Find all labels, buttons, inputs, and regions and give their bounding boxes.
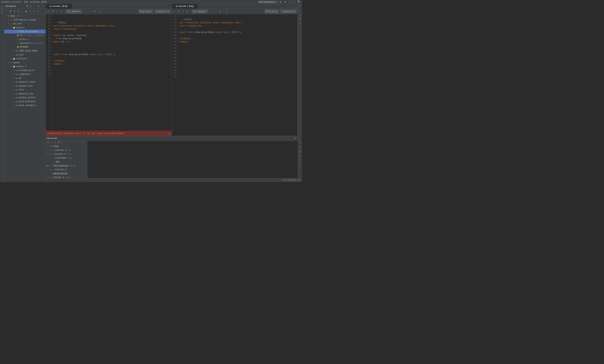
explain-btn-b[interactable]: ⚡ [182,10,185,13]
svc-item-problema[interactable]: ⌨ problemA 17 ms [46,156,87,160]
tree-item-mysql-tables[interactable]: ▼ 📁 tables 37 [4,65,46,69]
svc-expand-icon[interactable]: ↧ [53,141,57,144]
results-btn-a[interactable]: ≡ [99,10,103,13]
mini-tb-icon-2[interactable]: ◻ [299,9,302,12]
code-content-a[interactable]: -- 可重复读 set transaction isolation level … [52,14,172,131]
tree-item-local-server[interactable]: ▼ 🖥 本地 7 of 8 [4,14,46,18]
tree-item-information-schema[interactable]: ▶ ⬡ information_schema [4,18,46,22]
svc-item-console[interactable]: ▶ ⌨ console 100 ms [46,148,87,152]
services-settings-icon[interactable]: ⚙ [293,137,297,140]
mini-tb-icon-5[interactable]: ⊟ [299,22,302,25]
svc-mini-1[interactable]: ≡ [299,142,302,145]
rollback-btn-b[interactable]: ↶ [214,10,218,13]
profile-icon[interactable]: ≡ [293,0,296,3]
close-panel-icon[interactable]: — [41,5,44,8]
tab-problem-b[interactable]: ⌨ problemB [本地] ✕ [172,4,198,9]
console-selector-a[interactable]: ⌨ console_1 ▼ [154,10,170,13]
search-icon[interactable]: 🔍 [297,0,301,3]
settings-btn-b[interactable]: ⚙ [186,10,189,13]
autocommit-btn-b[interactable]: ⟲ [218,10,222,13]
tree-item-general-log[interactable]: ▶ ▦ general_log [4,92,46,96]
run-icon[interactable]: ▶ [279,0,282,3]
tree-item-default-roles[interactable]: ▶ ▦ default_roles [4,80,46,84]
add-configuration-button[interactable]: Add Configuration... [258,1,278,3]
collapse-icon[interactable]: ≡ [29,5,33,8]
svc-add-icon[interactable]: + [61,141,64,144]
svc-item-local[interactable]: ✓ ▼ 🖥 本地 [46,144,87,148]
tree-item-routines[interactable]: ▶ 📁 routines 4 [4,57,46,61]
commit-btn-a[interactable]: ✓ [84,10,88,13]
svc-item-console2[interactable]: ▼ ⌨ console_2 21 ms [46,175,87,178]
run-select-btn-a[interactable]: ⏱ [51,10,55,13]
mini-tb-icon-3[interactable]: 🖨 [299,13,302,16]
sync-icon[interactable]: ⟲ [13,10,16,13]
editor-content-b[interactable]: ✓ 4950515253 5455565758 5960616263 64656… [172,14,298,136]
sync2-icon[interactable]: ⟳ [17,10,20,13]
settings-btn-a[interactable]: ⚙ [60,10,63,13]
svc-stop-icon[interactable]: ■ [46,141,50,144]
mini-tb-icon-1[interactable]: ≡ [299,5,302,8]
commit-btn-b[interactable]: ✓ [211,10,214,13]
svc-mini-4[interactable]: ⊞ [299,154,302,158]
tree-item-my-test[interactable]: ▼ ⬡ my_test [4,22,46,26]
breadcrumb-db-consoles[interactable]: Database Consoles [1,1,21,3]
rollback-btn-a[interactable]: ↶ [88,10,92,13]
console-selector-b[interactable]: ⌨ console_2 ▼ [281,10,297,13]
table-icon[interactable]: ▦ [24,10,27,13]
tree-item-global-grants[interactable]: ▶ ▦ global_grants [4,96,46,99]
filter-icon[interactable]: ⊹ [36,10,39,13]
run-btn-b[interactable]: ▶ [173,10,176,13]
tree-item-engine-cost[interactable]: ▶ ▦ engine_cost [4,84,46,88]
tree-item-show-me-problem[interactable]: ▼ ▦ show_me_problem [4,30,46,34]
tab-close-a[interactable]: ✕ [69,5,70,7]
breadcrumb-problem[interactable]: problemB [本地] [30,0,47,3]
tree-item-func[interactable]: ▶ ▦ func [4,88,46,92]
run-btn-a[interactable]: ▶ [47,10,50,13]
tree-item-tables-folder[interactable]: ▼ 📁 tables 3 [4,26,46,30]
add-db-icon[interactable]: + [5,10,8,13]
svc-item-console1[interactable]: ↺ ▼ ⌨ console_1 17 ms [46,152,87,156]
svc-collapse-icon[interactable]: ↕ [50,141,53,144]
tab-problem-a[interactable]: ⌨ problemA [本地] ✕ [46,4,72,9]
tree-item-id-col[interactable]: 🔑 id int (auto increment) [4,34,46,37]
edit-icon[interactable]: ✎ [28,10,31,13]
database-tab[interactable]: Database [0,5,3,16]
svc-pin-icon[interactable]: 📌 [57,141,60,144]
tree-item-gtid-executed[interactable]: ▶ ▦ gtid_executed [4,99,46,103]
db-selector-a[interactable]: 🗄 my_test ▼ [139,10,153,13]
tree-item-primary-key[interactable]: 🔑 PRIMARY [4,45,46,49]
query-icon[interactable]: ⌨ [32,10,35,13]
tree-item-columns-priv[interactable]: ▶ ▦ columns_priv [4,69,46,72]
tree-item-db[interactable]: ▶ ▦ db [4,76,46,80]
svc-item-console4[interactable]: ▶ ⌨ console_4 [46,168,87,171]
tab-close-b[interactable]: ✕ [195,5,196,7]
explain-btn-a[interactable]: ⚡ [56,10,59,13]
db-selector-b[interactable]: 🗄 my_test ▼ [264,10,279,13]
editor-content-a[interactable]: ✓ 5253545556 5758596061 6263646566 67686… [46,14,172,131]
tree-item-tree-data[interactable]: ▶ ▦ TREE_DATA_TABLE [4,49,46,53]
svc-item-stored-proc[interactable]: ⌨ 造数据存储过程 [46,171,87,175]
tree-item-help-category[interactable]: ▶ ▦ help_category [4,103,46,107]
tx-dropdown-a[interactable]: Tx: Manual ▼ [66,10,81,13]
coverage-icon[interactable]: ⬛ [288,0,291,3]
svc-mini-3[interactable]: 🖨 [299,150,302,153]
settings-icon[interactable]: ⚙ [37,5,40,8]
tree-item-user[interactable]: ▶ ▦ user [4,53,46,57]
mini-tb-icon-4[interactable]: ⊞ [299,17,302,21]
results-btn-b[interactable]: ≡ [225,10,228,13]
tree-item-price-col[interactable]: ◈ price int [4,37,46,41]
tree-item-component[interactable]: ▶ ▦ component [4,72,46,76]
add-schema-icon[interactable]: 🗂 [9,10,12,13]
refresh-icon[interactable]: ⟳ [25,5,29,8]
sort-icon[interactable]: ↕ [33,5,36,8]
svc-item-query[interactable]: ⌨ 查询 [46,160,87,164]
run-select-btn-b[interactable]: ⏱ [177,10,181,13]
autocommit-btn-a[interactable]: ⟲ [93,10,96,13]
code-content-b[interactable]: -- 可重复读 set transaction isolation level … [178,14,298,136]
error-close-btn[interactable]: ✕ [169,132,170,135]
svc-item-indexes[interactable]: ■ ▶ ⌨ 索引生效和失效 171 ms [46,164,87,168]
svc-mini-2[interactable]: ◻ [299,146,302,149]
tree-item-mysql[interactable]: ▼ ⬡ mysql [4,61,46,65]
services-close-icon[interactable]: — [297,137,301,140]
tx-dropdown-b[interactable]: Tx: Manual ▼ [192,10,207,13]
